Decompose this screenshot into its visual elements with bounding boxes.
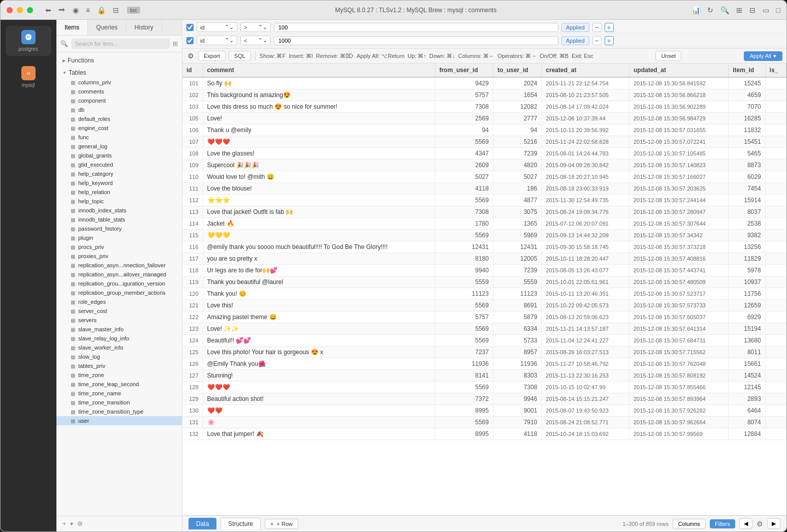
table-row[interactable]: 131 🌸 5569 7910 2015-08-24 21:08:52.771 … <box>182 417 786 428</box>
layout4-icon[interactable]: □ <box>776 6 780 14</box>
table-row[interactable]: 115 💛💛💛 5569 5969 2015-09-13 14:44:32.20… <box>182 230 786 241</box>
table-row[interactable]: 113 Love that jacket! Outfit is fab 🙌 73… <box>182 206 786 218</box>
table-row[interactable]: 106 Thank u @emily 94 94 2015-10-11 20:3… <box>182 124 786 136</box>
tree-item-servers[interactable]: ▦servers <box>56 316 182 325</box>
table-row[interactable]: 126 @Emily Thank you🌺 11936 11936 2015-1… <box>182 358 786 370</box>
tree-item-global-grants[interactable]: ▦global_grants <box>56 151 182 160</box>
tree-item-help-category[interactable]: ▦help_category <box>56 169 182 178</box>
table-row[interactable]: 103 Love this dress so much 😍 so nice fo… <box>182 101 786 113</box>
filters-button[interactable]: Filters <box>710 519 735 528</box>
layout3-icon[interactable]: ▭ <box>763 6 769 14</box>
layout2-icon[interactable]: ⊟ <box>749 6 755 14</box>
table-row[interactable]: 114 Jacket 🔥 1780 1365 2015-07-12 06:20:… <box>182 218 786 230</box>
filter-icon[interactable]: ⊞ <box>173 40 178 47</box>
table-row[interactable]: 123 Love! ✨✨ 5569 6334 2015-11-21 14:13:… <box>182 323 786 335</box>
tree-item-default-roles[interactable]: ▦default_roles <box>56 114 182 123</box>
table-row[interactable]: 116 @emily thank you soooo much beautifu… <box>182 241 786 253</box>
filter-minus-1[interactable]: − <box>592 23 602 32</box>
tree-item-plugin[interactable]: ▦plugin <box>56 233 182 242</box>
tree-item-slow-log[interactable]: ▦slow_log <box>56 352 182 361</box>
table-row[interactable]: 121 Love this! 5569 8691 2015-10-22 09:4… <box>182 300 786 311</box>
tree-item-time-zone-name[interactable]: ▦time_zone_name <box>56 389 182 398</box>
tree-item-slave-worker-info[interactable]: ▦slave_worker_info <box>56 343 182 352</box>
tree-item-innodb-table-stats[interactable]: ▦innodb_table_stats <box>56 215 182 224</box>
search-icon[interactable]: 🔍 <box>720 6 729 14</box>
tree-item-replication-asyn---nnection-failover[interactable]: ▦replication_asyn...nnection_failover <box>56 261 182 270</box>
apply-all-button[interactable]: Apply All ▾ <box>744 51 782 61</box>
col-id[interactable]: id <box>182 64 203 77</box>
tab-history[interactable]: History <box>126 20 162 35</box>
tree-item-replication-grou---iguration-version[interactable]: ▦replication_grou...iguration_version <box>56 279 182 288</box>
tree-item-replication-group-member-actions[interactable]: ▦replication_group_member_actions <box>56 288 182 297</box>
tree-item-help-keyword[interactable]: ▦help_keyword <box>56 178 182 187</box>
tree-item-component[interactable]: ▦component <box>56 96 182 105</box>
table-row[interactable]: 125 Love this photo! Your hair is gorgeo… <box>182 347 786 358</box>
table-row[interactable]: 128 ❤️❤️❤️ 5569 7308 2015-10-15 10:02:47… <box>182 382 786 393</box>
tree-item-proxies-priv[interactable]: ▦proxies_priv <box>56 252 182 261</box>
table-row[interactable]: 108 Love the glasses! 4347 7239 2015-08-… <box>182 148 786 160</box>
prev-page-button[interactable]: ◀ <box>739 518 752 529</box>
filter-value-2[interactable] <box>274 36 558 45</box>
tree-item-innodb-index-stats[interactable]: ▦innodb_index_stats <box>56 206 182 215</box>
tree-item-general-log[interactable]: ▦general_log <box>56 142 182 151</box>
list-icon[interactable]: ≡ <box>86 6 90 14</box>
table-row[interactable]: 111 Love the blouse! 4118 186 2015-08-18… <box>182 183 786 195</box>
table-row[interactable]: 112 ⭐⭐⭐ 5569 4877 2015-11-30 12:54:49.73… <box>182 195 786 206</box>
table-row[interactable]: 132 Love that jumper! 🍂 8995 4118 2015-1… <box>182 428 786 440</box>
tree-item-time-zone-leap-second[interactable]: ▦time_zone_leap_second <box>56 380 182 389</box>
col-to-user-id[interactable]: to_user_id <box>493 64 541 77</box>
tree-item-time-zone-transition[interactable]: ▦time_zone_transition <box>56 398 182 407</box>
col-from-user-id[interactable]: from_user_id <box>435 64 493 77</box>
minimize-button[interactable] <box>17 7 23 13</box>
bookmark-icon[interactable]: ⊟ <box>113 6 119 14</box>
tree-item-engine-cost[interactable]: ▦engine_cost <box>56 123 182 133</box>
settings-icon[interactable]: ⚙ <box>186 51 195 61</box>
tree-item-gtid-executed[interactable]: ▦gtid_executed <box>56 160 182 169</box>
table-row[interactable]: 119 Thank you beautiful @laurel 5559 555… <box>182 276 786 288</box>
tree-item-role-edges[interactable]: ▦role_edges <box>56 297 182 306</box>
table-row[interactable]: 110 Would love to! @mith 😀 5027 5027 201… <box>182 171 786 183</box>
table-row[interactable]: 127 Stunning! 8141 8303 2015-11-13 22:30… <box>182 370 786 382</box>
lock-icon[interactable]: 🔒 <box>97 6 106 14</box>
table-row[interactable]: 129 Beautiful action shot! 7372 9946 201… <box>182 393 786 405</box>
gear-icon-bottom[interactable]: ⚙ <box>757 520 763 528</box>
table-row[interactable]: 109 Supercool 🎉🎉🎉 2609 4820 2015-09-04 0… <box>182 160 786 171</box>
sql-button[interactable]: SQL <box>229 51 251 61</box>
add-icon[interactable]: + <box>62 520 66 527</box>
filter-plus-1[interactable]: + <box>605 23 614 32</box>
filter-field-1[interactable]: id ⌃⌄ <box>197 22 237 32</box>
chevron-icon[interactable]: ▾ <box>70 520 73 527</box>
col-updated-at[interactable]: updated_at <box>629 64 728 77</box>
tree-item-tables-priv[interactable]: ▦tables_priv <box>56 361 182 370</box>
table-row[interactable]: 124 Beautiful!! 💕💕 5569 5733 2015-11-04 … <box>182 335 786 347</box>
table-row[interactable]: 118 Ur legs are to die for🙌💕 9940 7239 2… <box>182 265 786 276</box>
tree-item-server-cost[interactable]: ▦server_cost <box>56 306 182 316</box>
tree-item-slave-master-info[interactable]: ▦slave_master_info <box>56 325 182 334</box>
filter-field-2[interactable]: id ⌃⌄ <box>197 36 237 45</box>
table-row[interactable]: 105 Love! 2569 2777 2015-12-06 10:37:39.… <box>182 113 786 124</box>
preview-icon[interactable]: ◉ <box>73 6 79 14</box>
tree-item-help-topic[interactable]: ▦help_topic <box>56 197 182 206</box>
table-row[interactable]: 107 ❤️❤️❤️ 5569 5216 2015-11-24 22:02:58… <box>182 136 786 148</box>
tree-item-comments[interactable]: ▦comments <box>56 87 182 96</box>
tab-data[interactable]: Data <box>188 518 216 529</box>
back-icon[interactable]: ⬅ <box>45 6 51 14</box>
tree-item-db[interactable]: ▦db <box>56 105 182 114</box>
table-row[interactable]: 130 ❤️❤️ 8995 9001 2015-08-07 19:43:50.9… <box>182 405 786 417</box>
filter-checkbox-1[interactable] <box>186 24 194 31</box>
tree-item-help-relation[interactable]: ▦help_relation <box>56 187 182 197</box>
table-row[interactable]: 122 Amazing pastel theme 😄 5757 5879 201… <box>182 311 786 323</box>
filter-value-1[interactable] <box>274 23 558 32</box>
sidebar-item-postgres[interactable]: P postgres <box>6 26 51 56</box>
tree-item-procs-priv[interactable]: ▦procs_priv <box>56 242 182 252</box>
tree-item-columns-priv[interactable]: ▦columns_priv <box>56 78 182 87</box>
tree-item-user[interactable]: ▦user <box>56 416 182 425</box>
table-row[interactable]: 102 This background is amazing😍 5757 165… <box>182 89 786 101</box>
tree-item-time-zone[interactable]: ▦time_zone <box>56 370 182 380</box>
tree-item-func[interactable]: ▦func <box>56 133 182 142</box>
export-button[interactable]: Export <box>198 51 226 61</box>
refresh-icon[interactable]: ↻ <box>707 6 713 14</box>
maximize-button[interactable] <box>27 7 33 13</box>
functions-header[interactable]: ▶ Functions <box>56 55 182 66</box>
tab-structure[interactable]: Structure <box>221 518 261 529</box>
